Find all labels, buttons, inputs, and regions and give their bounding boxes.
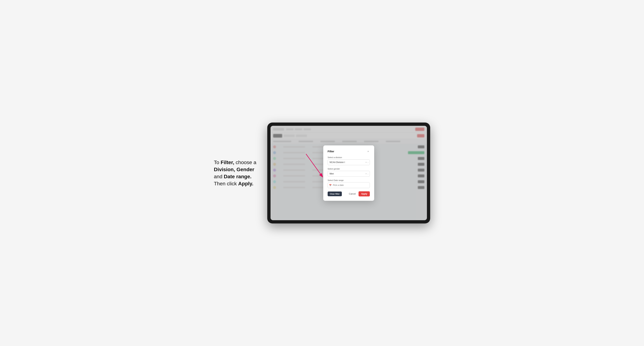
filter-modal: Filter × Select a division NCAA Division… xyxy=(323,145,374,201)
division-select-wrapper: NCAA Division I × ⌄ xyxy=(328,159,370,165)
apply-bold: Apply. xyxy=(238,181,253,186)
gender-select[interactable]: Men xyxy=(328,171,370,177)
page-container: To Filter, choose a Division, Gender and… xyxy=(0,115,644,231)
division-gender-bold: Division, Gender xyxy=(214,167,254,172)
division-select[interactable]: NCAA Division I xyxy=(328,159,370,165)
gender-label: Select gender xyxy=(328,168,370,170)
tablet-device: Filter × Select a division NCAA Division… xyxy=(267,123,430,223)
modal-overlay: Filter × Select a division NCAA Division… xyxy=(270,126,427,220)
date-range-bold: Date range. xyxy=(224,174,252,179)
date-form-group: Select Date range 📅 xyxy=(328,179,370,188)
svg-line-1 xyxy=(306,154,322,177)
division-label: Select a division xyxy=(328,156,370,159)
division-form-group: Select a division NCAA Division I × ⌄ xyxy=(328,156,370,165)
modal-footer: Clear filter Cancel Apply xyxy=(328,191,370,196)
cancel-button[interactable]: Cancel xyxy=(348,191,357,196)
filter-bold: Filter, xyxy=(221,160,234,165)
gender-form-group: Select gender Men × ⌄ xyxy=(328,168,370,177)
apply-button[interactable]: Apply xyxy=(358,191,370,196)
date-input[interactable] xyxy=(328,182,370,188)
modal-close-button[interactable]: × xyxy=(366,150,370,153)
modal-title: Filter xyxy=(328,150,334,153)
tablet-screen: Filter × Select a division NCAA Division… xyxy=(270,126,427,220)
footer-right-buttons: Cancel Apply xyxy=(348,191,370,196)
date-label: Select Date range xyxy=(328,179,370,181)
date-input-wrapper: 📅 xyxy=(328,182,370,188)
instruction-text: To Filter, choose a Division, Gender and… xyxy=(214,159,256,187)
gender-select-wrapper: Men × ⌄ xyxy=(328,171,370,177)
clear-filter-button[interactable]: Clear filter xyxy=(328,191,342,196)
modal-header: Filter × xyxy=(328,150,370,153)
